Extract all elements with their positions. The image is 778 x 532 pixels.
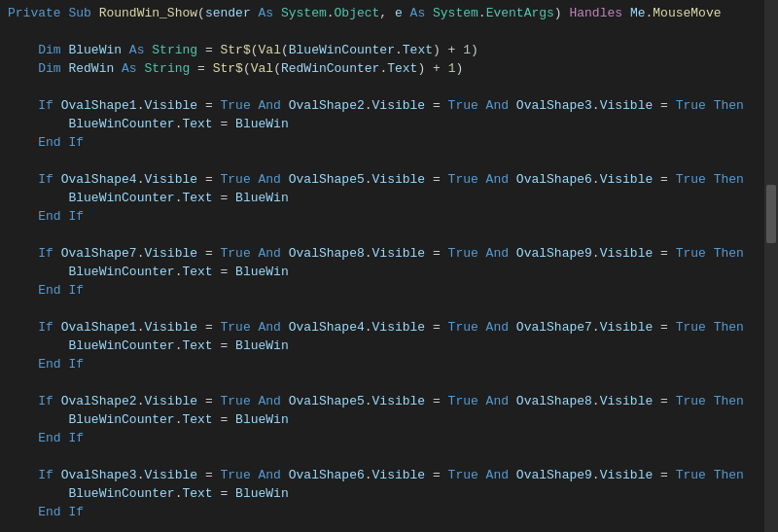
- line-endif-1: End If: [0, 133, 764, 152]
- line-if-5: If OvalShape2.Visible = True And OvalSha…: [0, 392, 764, 410]
- vertical-scrollbar[interactable]: [764, 0, 778, 532]
- line-if-3: If OvalShape7.Visible = True And OvalSha…: [0, 244, 764, 263]
- line-if-4: If OvalShape1.Visible = True And OvalSha…: [0, 318, 764, 337]
- line-bluewin-3: BlueWinCounter.Text = BlueWin: [0, 263, 764, 281]
- line-blank-6: [0, 373, 764, 392]
- line-bluewin-4: BlueWinCounter.Text = BlueWin: [0, 337, 764, 355]
- line-endif-3: End If: [0, 281, 764, 300]
- line-bluewin-2: BlueWinCounter.Text = BlueWin: [0, 189, 764, 207]
- line-if-6: If OvalShape3.Visible = True And OvalSha…: [0, 466, 764, 484]
- line-blank-7: [0, 447, 764, 466]
- line-endif-5: End If: [0, 429, 764, 447]
- line-1: Private Sub RoundWin_Show(sender As Syst…: [0, 4, 764, 22]
- code-editor: Private Sub RoundWin_Show(sender As Syst…: [0, 0, 778, 532]
- scrollbar-thumb[interactable]: [766, 185, 776, 243]
- line-if-2: If OvalShape4.Visible = True And OvalSha…: [0, 170, 764, 189]
- line-bluewin-5: BlueWinCounter.Text = BlueWin: [0, 410, 764, 429]
- line-blank-8: [0, 521, 764, 532]
- line-blank-5: [0, 300, 764, 318]
- line-endif-2: End If: [0, 207, 764, 226]
- code-content[interactable]: Private Sub RoundWin_Show(sender As Syst…: [0, 0, 764, 532]
- line-bluewin-6: BlueWinCounter.Text = BlueWin: [0, 484, 764, 503]
- line-blank-2: [0, 78, 764, 96]
- line-bluewin-1: BlueWinCounter.Text = BlueWin: [0, 115, 764, 133]
- line-blank-3: [0, 152, 764, 170]
- line-if-1: If OvalShape1.Visible = True And OvalSha…: [0, 96, 764, 115]
- line-blank-4: [0, 226, 764, 244]
- line-dim-bluewin: Dim BlueWin As String = Str$(Val(BlueWin…: [0, 41, 764, 59]
- line-dim-redwin: Dim RedWin As String = Str$(Val(RedWinCo…: [0, 59, 764, 78]
- line-endif-4: End If: [0, 355, 764, 373]
- line-blank-1: [0, 22, 764, 41]
- line-endif-6: End If: [0, 503, 764, 521]
